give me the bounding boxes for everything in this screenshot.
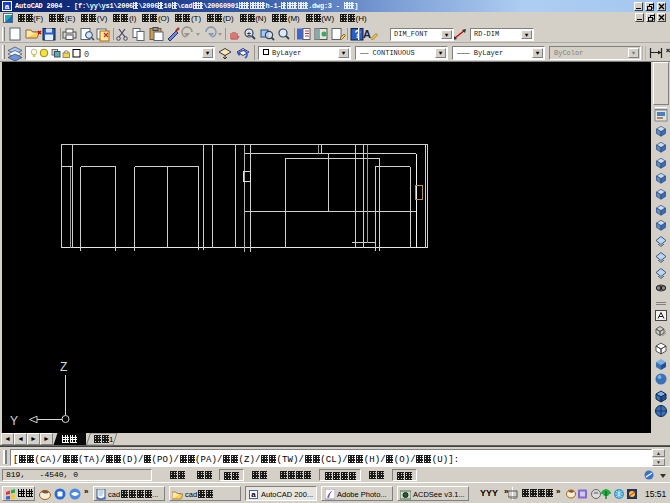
svg-text:0: 0 [84, 49, 89, 59]
svg-text:Z: Z [60, 360, 67, 374]
svg-text:±: ± [247, 30, 251, 37]
svg-text:Y: Y [10, 414, 18, 428]
svg-text:A: A [363, 28, 371, 40]
